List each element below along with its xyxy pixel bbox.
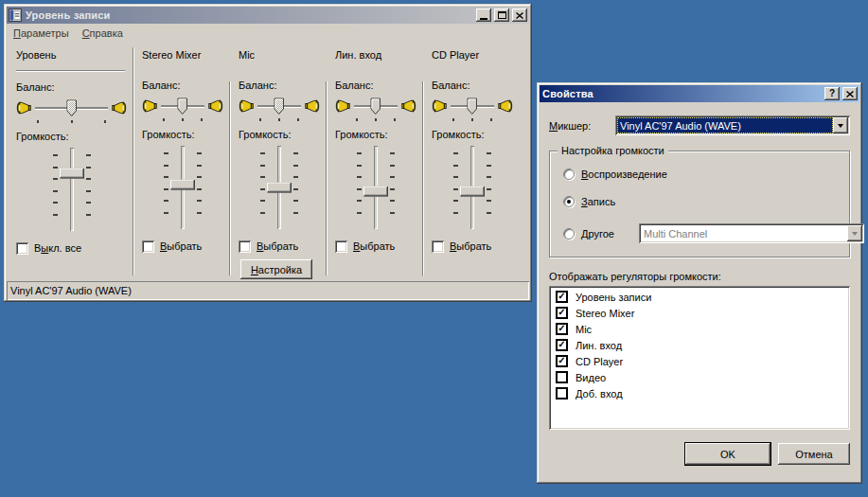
balance-thumb[interactable]: [370, 98, 381, 115]
channel-checkbox-label[interactable]: Выбрать: [353, 240, 395, 252]
speaker-left-icon: [432, 98, 447, 115]
balance-thumb[interactable]: [177, 98, 188, 115]
balance-thumb[interactable]: [274, 98, 285, 115]
recorder-titlebar[interactable]: Уровень записи: [7, 7, 529, 24]
item-checkbox[interactable]: ✓: [556, 323, 568, 335]
balance-row: [16, 98, 127, 123]
close-icon[interactable]: [842, 87, 858, 100]
balance-row: [239, 97, 320, 121]
volume-control-list-item[interactable]: ✓ CD Player: [550, 353, 849, 369]
radio-label[interactable]: Запись: [581, 196, 615, 207]
channel-checkbox[interactable]: [432, 240, 444, 253]
maximize-button[interactable]: [494, 9, 509, 22]
volume-thumb[interactable]: [60, 169, 84, 179]
channel-checkbox-label[interactable]: Выбрать: [160, 240, 202, 252]
mixer-selected-value[interactable]: Vinyl AC'97 Audio (WAVE): [617, 117, 833, 133]
channel-title: Stereo Mixer: [142, 49, 223, 64]
item-checkbox[interactable]: ✓: [556, 371, 568, 383]
channel-checkbox-label[interactable]: Выкл. все: [34, 242, 81, 254]
radio-icon[interactable]: [563, 228, 575, 240]
advanced-settings-button[interactable]: Настройка: [240, 259, 312, 279]
volume-slider[interactable]: [355, 146, 397, 229]
channel-check-row: Выбрать: [239, 239, 320, 254]
ok-button[interactable]: OK: [685, 443, 771, 465]
minimize-button[interactable]: [476, 9, 491, 22]
radio-icon[interactable]: [563, 169, 575, 180]
item-checkbox[interactable]: ✓: [556, 307, 568, 319]
volume-slider[interactable]: [452, 146, 493, 229]
radio-recording[interactable]: Запись: [563, 196, 836, 207]
volume-slider[interactable]: [258, 146, 300, 229]
volume-ticks-right: [390, 152, 395, 222]
volume-thumb[interactable]: [267, 183, 292, 193]
balance-ticks: [163, 118, 203, 121]
item-checkbox[interactable]: ✓: [556, 291, 568, 303]
volume-control-list-item[interactable]: ✓ Доб. вход: [550, 385, 849, 401]
volume-ticks-right: [487, 152, 491, 222]
volume-control-list-item[interactable]: ✓ Mic: [550, 321, 849, 337]
item-checkbox[interactable]: ✓: [556, 387, 568, 399]
close-icon[interactable]: [512, 9, 527, 22]
channel-strip: CD Player Баланс: Громкость:: [424, 42, 519, 279]
balance-slider[interactable]: [353, 97, 399, 121]
speaker-right-icon: [498, 98, 513, 115]
channel-checkbox[interactable]: [239, 240, 251, 253]
volume-label: Громкость:: [239, 129, 320, 140]
properties-titlebar[interactable]: Свойства ?: [540, 85, 859, 102]
radio-icon[interactable]: [563, 196, 575, 207]
channel-checkbox-label[interactable]: Выбрать: [257, 240, 298, 252]
volume-slider[interactable]: [51, 148, 93, 231]
volume-thumb[interactable]: [363, 186, 388, 197]
radio-label[interactable]: Другое: [581, 228, 625, 240]
channel-checkbox[interactable]: [16, 242, 28, 255]
channel-strips: Уровень Баланс: Громкость:: [7, 42, 529, 279]
volume-ticks-left: [164, 152, 168, 222]
mixer-combobox[interactable]: Vinyl AC'97 Audio (WAVE): [615, 115, 850, 135]
cancel-button[interactable]: Отмена: [778, 443, 850, 465]
balance-slider[interactable]: [160, 97, 205, 121]
recording-level-window: Уровень записи Параметры Справка Уровень…: [4, 4, 532, 302]
volume-ticks-left: [260, 152, 265, 222]
balance-label: Баланс:: [432, 80, 513, 91]
balance-slider[interactable]: [34, 98, 109, 123]
volume-thumb[interactable]: [460, 186, 485, 197]
item-checkbox[interactable]: ✓: [556, 339, 568, 351]
volume-control-list-item[interactable]: ✓ Лин. вход: [550, 337, 849, 353]
mixer-label: Микшер:: [549, 120, 615, 132]
channel-title: Mic: [239, 49, 320, 64]
volume-ticks-left: [53, 154, 58, 224]
balance-thumb[interactable]: [467, 98, 478, 115]
volume-label: Громкость:: [142, 129, 223, 140]
item-label: CD Player: [576, 356, 623, 367]
balance-row: [335, 97, 416, 121]
channel-checkbox-label[interactable]: Выбрать: [450, 240, 491, 252]
radio-other[interactable]: Другое Multi Channel: [563, 223, 836, 243]
balance-thumb[interactable]: [66, 99, 78, 117]
balance-label: Баланс:: [16, 81, 127, 93]
channel-title: Лин. вход: [335, 49, 416, 64]
status-bar: Vinyl AC'97 Audio (WAVE): [7, 281, 529, 300]
item-label: Mic: [576, 324, 592, 335]
balance-slider[interactable]: [257, 97, 302, 121]
radio-label[interactable]: Воспроизведение: [581, 169, 667, 180]
volume-control-icon[interactable]: [9, 9, 22, 22]
menu-help[interactable]: Справка: [76, 26, 130, 41]
help-icon[interactable]: ?: [824, 87, 840, 100]
radio-playback[interactable]: Воспроизведение: [563, 169, 836, 180]
volume-control-list-item[interactable]: ✓ Уровень записи: [550, 289, 849, 305]
item-checkbox[interactable]: ✓: [556, 355, 568, 367]
volume-control-list-item[interactable]: ✓ Stereo Mixer: [550, 305, 849, 321]
channel-checkbox[interactable]: [142, 240, 154, 253]
channel-checkbox[interactable]: [335, 240, 347, 253]
chevron-down-icon[interactable]: [833, 117, 848, 133]
balance-row: [432, 97, 513, 121]
volume-slider[interactable]: [162, 146, 204, 229]
volume-controls-listbox[interactable]: ✓ Уровень записи ✓ Stereo Mixer ✓ Mic ✓ …: [549, 286, 850, 430]
menu-options[interactable]: Параметры: [7, 26, 76, 41]
volume-thumb[interactable]: [170, 180, 195, 190]
balance-slider[interactable]: [450, 97, 495, 121]
volume-label: Громкость:: [335, 129, 416, 140]
volume-control-list-item[interactable]: ✓ Видео: [550, 369, 849, 385]
check-mark-icon: ✓: [558, 308, 565, 317]
channel-strip: Mic Баланс: Громкость:: [231, 42, 326, 279]
